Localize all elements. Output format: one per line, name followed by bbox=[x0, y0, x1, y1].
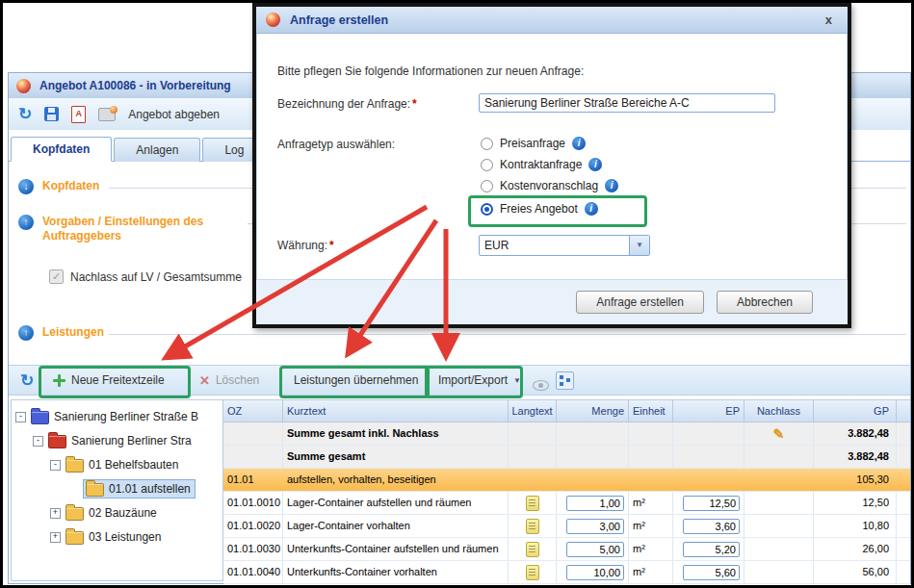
take-over-services-button[interactable]: Leistungen übernehmen bbox=[294, 369, 418, 392]
app-icon bbox=[16, 79, 31, 93]
tree-selection: 01.01 aufstellen bbox=[83, 479, 196, 499]
anfrage-name-input[interactable] bbox=[479, 93, 775, 113]
submit-offer-icon[interactable] bbox=[98, 108, 116, 121]
radio-icon-selected[interactable] bbox=[481, 203, 493, 216]
create-anfrage-button[interactable]: Anfrage erstellen bbox=[576, 291, 704, 314]
row-gp: 105,30 bbox=[814, 469, 897, 491]
table-row-summe-gesamt[interactable]: Summe gesamt 3.882,48 bbox=[223, 446, 910, 469]
tree-item-lv[interactable]: - Sanierung Berliner Stra bbox=[33, 431, 192, 450]
cancel-button[interactable]: Abbrechen bbox=[717, 291, 813, 314]
expand-icon[interactable] bbox=[18, 215, 34, 230]
section-vorgaben-label: Vorgaben / Einstellungen des Auftraggebe… bbox=[42, 215, 240, 243]
row-oz: 01.01.0030 bbox=[223, 538, 283, 560]
row-kurztext: Lager-Container aufstellen und räumen bbox=[283, 492, 509, 514]
info-icon[interactable]: i bbox=[588, 158, 602, 171]
submit-offer-button[interactable]: Angebot abgeben bbox=[128, 108, 220, 121]
import-export-dropdown[interactable]: Import/Export ▼ bbox=[438, 369, 521, 392]
tree-view-toggle-icon[interactable] bbox=[556, 369, 574, 392]
radio-preisanfrage[interactable]: Preisanfrage i bbox=[481, 134, 586, 153]
langtext-note-icon[interactable] bbox=[526, 565, 539, 580]
currency-select[interactable]: EUR ▼ bbox=[479, 235, 650, 256]
dialog-body: Bitte pflegen Sie folgende Informationen… bbox=[256, 34, 848, 280]
nachlass-checkbox-label: Nachlass auf LV / Gesamtsumme bbox=[70, 270, 242, 284]
radio-kontraktanfrage[interactable]: Kontraktanfrage i bbox=[481, 155, 602, 174]
radio-icon[interactable] bbox=[481, 180, 493, 192]
delete-button[interactable]: ✕ Löschen bbox=[199, 369, 259, 392]
ep-input[interactable] bbox=[683, 565, 740, 580]
menge-input[interactable] bbox=[566, 565, 624, 580]
currency-label: Währung:* bbox=[277, 239, 334, 252]
row-gp: 3.882,48 bbox=[814, 446, 897, 468]
tab-anlagen[interactable]: Anlagen bbox=[114, 138, 200, 162]
menge-input[interactable] bbox=[566, 496, 624, 511]
col-header-einheit: Einheit bbox=[629, 400, 673, 422]
section-kopfdaten[interactable]: Kopfdaten bbox=[18, 179, 99, 194]
row-gp: 3.882,48 bbox=[814, 422, 897, 445]
pdf-export-icon[interactable] bbox=[71, 106, 86, 123]
radio-freies-angebot[interactable]: Freies Angebot i bbox=[481, 199, 598, 218]
menge-input[interactable] bbox=[566, 519, 624, 534]
ep-input[interactable] bbox=[683, 542, 740, 557]
dialog-title: Anfrage erstellen bbox=[290, 13, 820, 27]
ep-input[interactable] bbox=[683, 519, 740, 534]
ep-input[interactable] bbox=[683, 496, 740, 511]
folder-icon bbox=[65, 531, 84, 545]
visibility-icon[interactable] bbox=[533, 373, 549, 396]
dialog-footer: Anfrage erstellen Abbrechen bbox=[256, 279, 848, 324]
radio-label: Freies Angebot bbox=[500, 202, 578, 216]
tree-expander[interactable]: - bbox=[50, 460, 61, 471]
info-icon[interactable]: i bbox=[605, 179, 618, 192]
save-icon[interactable] bbox=[44, 107, 59, 121]
table-row-summe-inkl-nachlass[interactable]: Summe gesamt inkl. Nachlass ✎ 3.882,48 bbox=[223, 422, 910, 446]
info-icon[interactable]: i bbox=[572, 137, 586, 150]
tree-item-bauzaeune[interactable]: + 02 Bauzäune bbox=[50, 503, 157, 523]
tree-item-leistungen[interactable]: + 03 Leistungen bbox=[50, 527, 161, 547]
row-gp: 12,50 bbox=[814, 492, 897, 514]
row-oz: 01.01.0010 bbox=[223, 492, 283, 514]
tree-item-label: Sanierung Berliner Stra bbox=[71, 434, 192, 447]
collapse-icon[interactable] bbox=[18, 179, 34, 194]
expand-icon[interactable] bbox=[18, 325, 34, 341]
tree-item-label: 01.01 aufstellen bbox=[109, 482, 191, 496]
table-row-group-0101[interactable]: 01.01 aufstellen, vorhalten, beseitigen … bbox=[223, 469, 910, 492]
tab-kopfdaten[interactable]: Kopfdaten bbox=[11, 137, 112, 162]
tree-item-aufstellen-selected[interactable]: 01.01 aufstellen bbox=[83, 479, 196, 499]
langtext-note-icon[interactable] bbox=[526, 496, 539, 511]
positions-grid: OZ Kurztext Langtext Menge Einheit EP Na… bbox=[223, 399, 910, 581]
tree-item-behelfsbauten[interactable]: - 01 Behelfsbauten bbox=[50, 455, 178, 474]
folder-icon bbox=[65, 459, 84, 473]
langtext-note-icon[interactable] bbox=[526, 519, 539, 534]
tree-expander[interactable]: + bbox=[50, 508, 61, 519]
tree-expander[interactable]: - bbox=[33, 436, 43, 447]
chevron-down-icon[interactable]: ▼ bbox=[629, 236, 649, 255]
table-row-0020[interactable]: 01.01.0020 Lager-Container vorhalten m² … bbox=[223, 515, 910, 538]
new-freetext-button[interactable]: Neue Freitextzeile bbox=[53, 369, 165, 392]
radio-icon[interactable] bbox=[481, 138, 493, 150]
radio-icon[interactable] bbox=[481, 159, 493, 171]
radio-kostenvoranschlag[interactable]: Kostenvoranschlag i bbox=[481, 176, 618, 195]
tree-item-label: 01 Behelfsbauten bbox=[89, 458, 178, 472]
col-header-spacer bbox=[897, 400, 910, 422]
tree-expander[interactable]: + bbox=[50, 532, 61, 543]
nachlass-checkbox[interactable] bbox=[49, 269, 64, 284]
refresh-list-icon[interactable]: ↻ bbox=[20, 369, 34, 392]
langtext-note-icon[interactable] bbox=[526, 542, 539, 557]
section-leistungen[interactable]: Leistungen bbox=[18, 325, 104, 341]
row-einheit: m² bbox=[629, 561, 673, 583]
tree-expander[interactable]: - bbox=[15, 412, 26, 422]
edit-nachlass-icon[interactable]: ✎ bbox=[773, 427, 785, 441]
refresh-icon[interactable]: ↻ bbox=[18, 106, 32, 122]
close-icon[interactable]: x bbox=[820, 12, 838, 29]
menge-input[interactable] bbox=[566, 542, 624, 557]
table-row-0030[interactable]: 01.01.0030 Unterkunfts-Container aufstel… bbox=[223, 538, 910, 561]
grid-header: OZ Kurztext Langtext Menge Einheit EP Na… bbox=[223, 400, 910, 422]
tree-item-project[interactable]: - Sanierung Berliner Straße B bbox=[15, 407, 198, 426]
row-kurztext: Lager-Container vorhalten bbox=[283, 515, 509, 537]
info-icon[interactable]: i bbox=[585, 202, 598, 216]
table-row-0010[interactable]: 01.01.0010 Lager-Container aufstellen un… bbox=[223, 492, 910, 515]
table-row-0040[interactable]: 01.01.0040 Unterkunfts-Container vorhalt… bbox=[223, 561, 910, 584]
section-vorgaben[interactable]: Vorgaben / Einstellungen des Auftraggebe… bbox=[18, 215, 240, 243]
row-kurztext: Summe gesamt bbox=[283, 446, 509, 468]
dialog-titlebar[interactable]: Anfrage erstellen x bbox=[256, 7, 848, 34]
name-field-label: Bezeichnung der Anfrage:* bbox=[277, 97, 417, 111]
